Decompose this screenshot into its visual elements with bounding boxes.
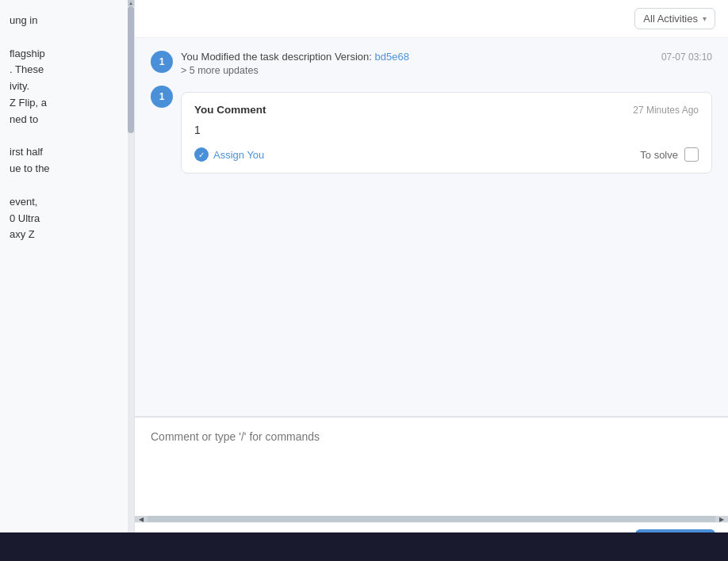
to-solve-checkbox[interactable] <box>684 147 699 162</box>
h-scrollbar-right-arrow[interactable]: ▶ <box>715 516 728 522</box>
all-activities-dropdown[interactable]: All Activities ▾ <box>634 8 715 29</box>
comment-time: 27 Minutes Ago <box>633 105 699 116</box>
comment-card: You Comment 27 Minutes Ago 1 ✓ Assign Yo… <box>181 92 712 174</box>
comment-header: You Comment 27 Minutes Ago <box>194 104 699 116</box>
top-bar: All Activities ▾ <box>135 0 728 38</box>
avatar-2: 1 <box>151 86 173 108</box>
activity-timestamp-1: 07-07 03:10 <box>661 52 712 63</box>
left-text-1: ung in <box>10 14 37 26</box>
assign-you-button[interactable]: ✓ Assign You <box>194 147 264 162</box>
left-text-8: ue to the <box>10 162 50 174</box>
left-text-7: irst half <box>10 146 43 158</box>
comment-body-text: 1 <box>194 124 699 136</box>
scrollbar-thumb[interactable] <box>128 6 134 133</box>
to-solve-area: To solve <box>640 147 699 162</box>
comment-title: You Comment <box>194 104 266 116</box>
left-text-3: . These <box>10 63 44 75</box>
activity-main-line-1: You Modified the task description Versio… <box>181 51 712 63</box>
left-panel: ung in flagship . These ivity. Z Flip, a… <box>0 0 135 561</box>
right-panel: All Activities ▾ 1 You Modified the task… <box>135 0 728 561</box>
assign-checkmark-icon: ✓ <box>194 147 209 162</box>
activity-body-2: You Comment 27 Minutes Ago 1 ✓ Assign Yo… <box>181 86 712 174</box>
scrollbar-up-arrow[interactable]: ▲ <box>128 0 134 6</box>
comment-footer: ✓ Assign You To solve <box>194 147 699 162</box>
left-text-2: flagship <box>10 48 45 59</box>
all-activities-label: All Activities <box>643 13 698 25</box>
activity-item-1: 1 You Modified the task description Vers… <box>151 51 712 76</box>
left-text-11: axy Z <box>10 228 35 240</box>
avatar-1: 1 <box>151 51 173 73</box>
left-text-9: event, <box>10 196 37 208</box>
left-text-10: 0 Ultra <box>10 212 40 224</box>
activity-more-updates[interactable]: > 5 more updates <box>181 65 712 76</box>
left-text-5: Z Flip, a <box>10 97 47 109</box>
left-text-4: ivity. <box>10 80 29 92</box>
left-text-6: ned to <box>10 113 38 125</box>
activity-feed: 1 You Modified the task description Vers… <box>135 38 728 416</box>
h-scrollbar-left-arrow[interactable]: ◀ <box>135 516 148 522</box>
vertical-scrollbar-track[interactable]: ▲ ▼ <box>128 0 134 561</box>
left-panel-content: ung in flagship . These ivity. Z Flip, a… <box>0 0 134 561</box>
to-solve-label: To solve <box>640 149 678 161</box>
h-scrollbar-thumb[interactable] <box>148 516 715 522</box>
assign-you-label: Assign You <box>213 149 264 161</box>
activity-item-2: 1 You Comment 27 Minutes Ago 1 ✓ Assign … <box>151 86 712 174</box>
activity-body-1: You Modified the task description Versio… <box>181 51 712 76</box>
chevron-down-icon: ▾ <box>703 14 707 23</box>
activity-text-1: You Modified the task description Versio… <box>181 51 409 63</box>
activity-version-link[interactable]: bd5e68 <box>375 51 409 63</box>
bottom-bar <box>0 532 728 561</box>
horizontal-scrollbar-track[interactable]: ◀ ▶ <box>135 516 728 522</box>
comment-textarea[interactable] <box>135 418 728 513</box>
